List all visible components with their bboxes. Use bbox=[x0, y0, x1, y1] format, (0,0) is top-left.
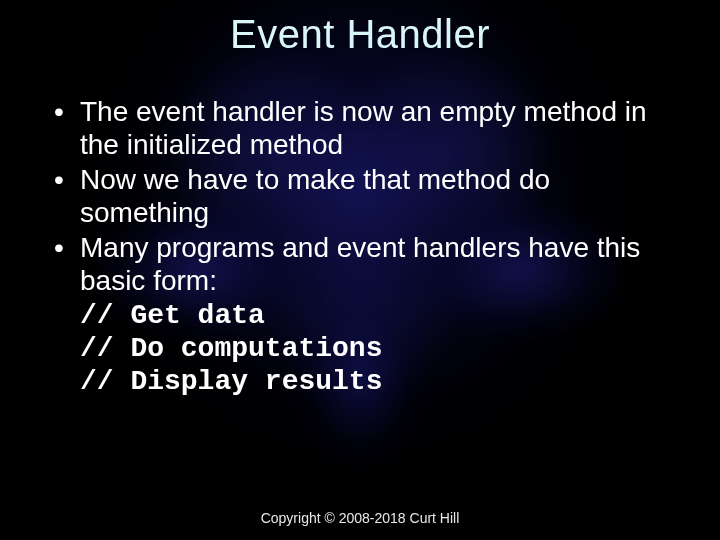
bullet-text: The event handler is now an empty method… bbox=[80, 96, 647, 160]
slide: Event Handler The event handler is now a… bbox=[0, 0, 720, 540]
bullet-text: Many programs and event handlers have th… bbox=[80, 232, 640, 296]
list-item: The event handler is now an empty method… bbox=[54, 95, 680, 161]
code-block: // Get data // Do computations // Displa… bbox=[54, 299, 680, 398]
slide-body: The event handler is now an empty method… bbox=[54, 95, 680, 398]
bullet-text: Now we have to make that method do somet… bbox=[80, 164, 550, 228]
list-item: Many programs and event handlers have th… bbox=[54, 231, 680, 297]
slide-title: Event Handler bbox=[0, 12, 720, 57]
list-item: Now we have to make that method do somet… bbox=[54, 163, 680, 229]
bullet-list: The event handler is now an empty method… bbox=[54, 95, 680, 297]
copyright-footer: Copyright © 2008-2018 Curt Hill bbox=[0, 510, 720, 526]
